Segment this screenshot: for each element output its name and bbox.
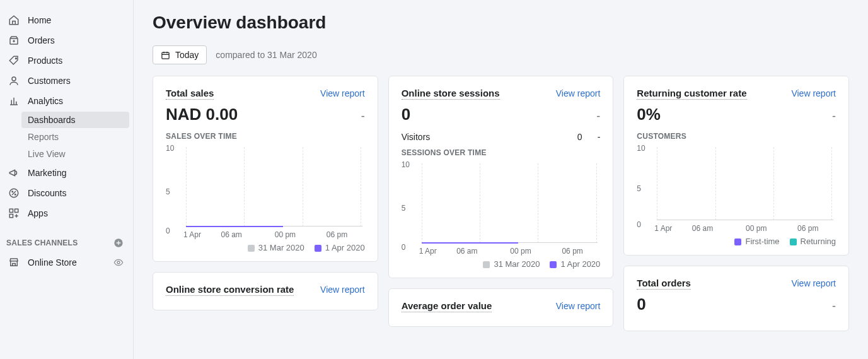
orders-icon xyxy=(8,34,20,47)
analytics-subnav: Dashboards Reports Live View xyxy=(0,112,133,162)
sales-channels-header: SALES CHANNELS xyxy=(0,223,133,252)
svg-rect-8 xyxy=(9,215,13,218)
legend-label: 31 Mar 2020 xyxy=(494,259,540,269)
swatch-returning xyxy=(790,238,797,245)
sidebar-item-marketing[interactable]: Marketing xyxy=(0,163,133,183)
sidebar-item-label: Products xyxy=(28,56,62,66)
view-report-link[interactable]: View report xyxy=(556,301,601,311)
person-icon xyxy=(8,74,20,87)
svg-rect-6 xyxy=(9,209,13,212)
sidebar-item-label: Marketing xyxy=(28,168,66,178)
visitors-delta: - xyxy=(598,132,601,142)
svg-point-5 xyxy=(15,194,16,196)
legend-label: Returning xyxy=(801,237,836,246)
subnav-reports[interactable]: Reports xyxy=(21,129,129,145)
svg-point-1 xyxy=(15,58,16,59)
y-tick: 5 xyxy=(637,184,641,193)
controls-row: Today compared to 31 Mar 2020 xyxy=(153,45,849,64)
date-range-label: Today xyxy=(175,50,199,60)
sidebar-item-apps[interactable]: Apps xyxy=(0,203,133,223)
channel-online-store: Online Store xyxy=(0,252,133,273)
channel-label[interactable]: Online Store xyxy=(28,257,113,268)
sidebar-item-products[interactable]: Products xyxy=(0,50,133,71)
legend-label: 31 Mar 2020 xyxy=(258,243,304,252)
chart-overline: SESSIONS OVER TIME xyxy=(402,148,601,157)
sessions-over-time-chart: 10 5 0 1 Apr 06 am 00 pm 06 pm xyxy=(402,161,601,256)
swatch-prev xyxy=(248,245,255,252)
svg-point-4 xyxy=(12,191,13,192)
visitors-label: Visitors xyxy=(402,132,431,142)
swatch-cur xyxy=(550,261,557,268)
x-tick: 00 pm xyxy=(510,247,531,256)
sidebar-item-discounts[interactable]: Discounts xyxy=(0,183,133,203)
card-title: Returning customer rate xyxy=(637,88,746,100)
metric-value: 0% xyxy=(637,105,661,124)
sidebar-item-analytics[interactable]: Analytics xyxy=(0,91,133,111)
metric-value: 0 xyxy=(637,295,645,314)
sidebar-item-customers[interactable]: Customers xyxy=(0,71,133,91)
sidebar-item-home[interactable]: Home xyxy=(0,10,133,30)
card-avg-order: Average order value View report xyxy=(388,288,614,327)
x-tick: 1 Apr xyxy=(183,230,201,239)
legend-label: First-time xyxy=(745,237,779,246)
eye-icon[interactable] xyxy=(113,257,124,268)
x-tick: 1 Apr xyxy=(654,224,672,233)
view-report-link[interactable]: View report xyxy=(320,88,365,98)
metric-delta: - xyxy=(832,300,836,313)
swatch-prev xyxy=(483,261,490,268)
date-range-button[interactable]: Today xyxy=(153,45,207,64)
x-tick: 00 pm xyxy=(275,230,296,239)
sidebar-item-label: Analytics xyxy=(28,96,63,106)
metric-value: NAD 0.00 xyxy=(166,105,238,124)
calendar-icon xyxy=(161,50,170,60)
sidebar: Home Orders Products Customers Analytics… xyxy=(0,0,134,359)
x-tick: 06 pm xyxy=(562,247,582,256)
card-total-orders: Total orders View report 0 - xyxy=(623,266,849,331)
customers-chart: 10 5 0 1 Apr 06 am 00 pm 06 pm xyxy=(637,144,836,233)
chart-overline: SALES OVER TIME xyxy=(166,132,365,141)
view-report-link[interactable]: View report xyxy=(791,88,836,98)
card-title: Online store sessions xyxy=(402,88,500,100)
view-report-link[interactable]: View report xyxy=(556,88,601,98)
swatch-cur xyxy=(315,245,321,252)
y-tick: 0 xyxy=(402,243,406,252)
sidebar-item-label: Home xyxy=(28,15,51,25)
metric-delta: - xyxy=(832,110,836,123)
sales-over-time-chart: 10 5 0 1 Apr 06 am 00 pm 06 pm xyxy=(166,144,365,239)
discount-icon xyxy=(8,187,20,199)
x-tick: 06 pm xyxy=(327,230,347,239)
svg-rect-11 xyxy=(162,52,169,59)
x-tick: 06 am xyxy=(221,230,241,239)
x-tick: 00 pm xyxy=(746,224,767,233)
card-sessions: Online store sessions View report 0 - Vi… xyxy=(388,76,614,278)
y-tick: 10 xyxy=(637,144,645,153)
svg-point-10 xyxy=(117,261,120,264)
home-icon xyxy=(8,14,20,26)
view-report-link[interactable]: View report xyxy=(791,278,836,288)
add-channel-button[interactable] xyxy=(113,237,124,249)
svg-rect-7 xyxy=(15,209,18,212)
megaphone-icon xyxy=(8,167,20,179)
x-tick: 06 am xyxy=(456,247,477,256)
card-title: Total orders xyxy=(637,278,691,290)
y-tick: 10 xyxy=(166,144,174,153)
card-title: Average order value xyxy=(402,300,492,312)
subnav-dashboards[interactable]: Dashboards xyxy=(21,112,129,128)
visitors-value: 0 xyxy=(577,132,582,142)
card-total-sales: Total sales View report NAD 0.00 - SALES… xyxy=(153,76,378,262)
legend-label: 1 Apr 2020 xyxy=(560,259,600,269)
y-tick: 10 xyxy=(402,160,410,169)
metric-value: 0 xyxy=(402,105,410,124)
store-icon xyxy=(8,256,20,269)
sidebar-item-orders[interactable]: Orders xyxy=(0,30,133,50)
view-report-link[interactable]: View report xyxy=(320,285,365,295)
compare-text: compared to 31 Mar 2020 xyxy=(216,50,316,60)
svg-point-2 xyxy=(12,77,16,81)
card-title: Total sales xyxy=(166,88,214,100)
subnav-live-view[interactable]: Live View xyxy=(21,146,129,162)
card-conversion-rate: Online store conversion rate View report xyxy=(153,272,378,310)
sidebar-item-label: Orders xyxy=(28,35,55,45)
card-returning-rate: Returning customer rate View report 0% -… xyxy=(623,76,849,256)
chart-legend: 31 Mar 2020 1 Apr 2020 xyxy=(166,243,365,252)
legend-label: 1 Apr 2020 xyxy=(325,243,365,252)
